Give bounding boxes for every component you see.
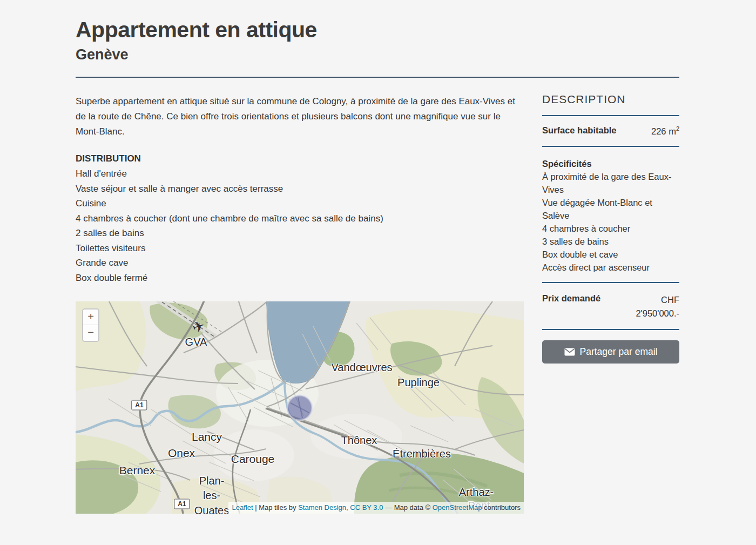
price-row: Prix demandé CHF 2'950'000.- — [542, 293, 679, 320]
distribution-list: Hall d'entréeVaste séjour et salle à man… — [76, 166, 524, 285]
zoom-in-button[interactable]: + — [83, 309, 98, 325]
share-email-label: Partager par email — [580, 346, 658, 358]
attribution-link[interactable]: OpenStreetMap — [433, 503, 482, 512]
map-place-label: Carouge — [231, 453, 275, 466]
map-place-label: Vandœuvres — [331, 361, 392, 374]
content-columns: Superbe appartement en attique situé sur… — [76, 78, 679, 514]
map-place-label: Thônex — [341, 434, 377, 447]
map-place-label: Étrembières — [393, 448, 451, 460]
surface-label: Surface habitable — [542, 125, 617, 136]
map-place-label: les- — [203, 489, 220, 502]
spec-item: Box double et cave — [542, 248, 679, 261]
distribution-item: Toilettes visiteurs — [76, 241, 524, 256]
listing-page: Appartement en attique Genève Superbe ap… — [0, 18, 756, 514]
listing-intro: Superbe appartement en attique situé sur… — [76, 94, 524, 139]
specs-list: À proximité de la gare des Eaux-VivesVue… — [542, 170, 679, 274]
zoom-out-button[interactable]: − — [83, 325, 98, 341]
divider — [542, 146, 679, 147]
attribution-text: | Map tiles by — [253, 503, 299, 512]
description-panel: DESCRIPTION Surface habitable 226 m2 Spé… — [542, 78, 679, 364]
distribution-item: Box double fermé — [76, 271, 524, 286]
spec-item: Accès direct par ascenseur — [542, 261, 679, 274]
attribution-link[interactable]: Stamen Design — [298, 503, 346, 512]
price-value: CHF 2'950'000.- — [625, 293, 679, 320]
spec-item: Vue dégagée Mont-Blanc et Salève — [542, 196, 679, 222]
surface-row: Surface habitable 226 m2 — [542, 125, 679, 137]
spec-item: 4 chambres à coucher — [542, 222, 679, 235]
email-icon — [564, 348, 575, 356]
map-place-label: Puplinge — [397, 376, 440, 389]
distribution-item: Grande cave — [76, 255, 524, 271]
distribution-title: DISTRIBUTION — [76, 151, 524, 166]
page-subtitle: Genève — [76, 46, 679, 63]
divider — [542, 115, 679, 116]
listing-main: Superbe appartement en attique situé sur… — [76, 78, 524, 514]
map-place-label: Lancy — [192, 430, 222, 443]
price-label: Prix demandé — [542, 293, 600, 320]
map-place-label: Plan- — [199, 475, 225, 487]
spec-item: À proximité de la gare des Eaux-Vives — [542, 170, 679, 196]
map-zoom-control: + − — [82, 308, 99, 342]
share-email-button[interactable]: Partager par email — [542, 340, 679, 364]
motorway-badge: A1 — [174, 499, 190, 509]
map-place-label: Bernex — [119, 464, 156, 477]
spec-item: 3 salles de bains — [542, 235, 679, 248]
distribution-item: 4 chambres à coucher (dont une chambre d… — [76, 211, 524, 226]
map-place-label: Arthaz- — [459, 486, 494, 499]
motorway-badge: A1 — [131, 400, 147, 411]
specs-title: Spécificités — [542, 157, 679, 170]
divider — [542, 282, 679, 283]
panel-heading: DESCRIPTION — [542, 93, 679, 106]
surface-value: 226 m2 — [651, 125, 679, 137]
distribution-item: 2 salles de bains — [76, 226, 524, 241]
attribution-text: — Map data © — [383, 503, 432, 512]
attribution-text: contributors — [482, 503, 521, 512]
map-place-label: Onex — [168, 447, 195, 460]
attribution-link[interactable]: Leaflet — [232, 503, 253, 512]
distribution-item: Vaste séjour et salle à manger avec accè… — [76, 181, 524, 197]
page-title: Appartement en attique — [76, 18, 679, 42]
divider — [542, 329, 679, 330]
distribution-item: Cuisine — [76, 196, 524, 211]
map-attribution: Leaflet | Map tiles by Stamen Design, CC… — [228, 502, 524, 514]
map-place-label: Ouates — [194, 504, 229, 514]
distribution-item: Hall d'entrée — [76, 166, 524, 181]
map[interactable]: ✈ GVAVandœuvresPuplingeThônexÉtrembières… — [76, 301, 524, 514]
map-place-label: GVA — [185, 336, 207, 348]
attribution-link[interactable]: CC BY 3.0 — [350, 503, 383, 512]
